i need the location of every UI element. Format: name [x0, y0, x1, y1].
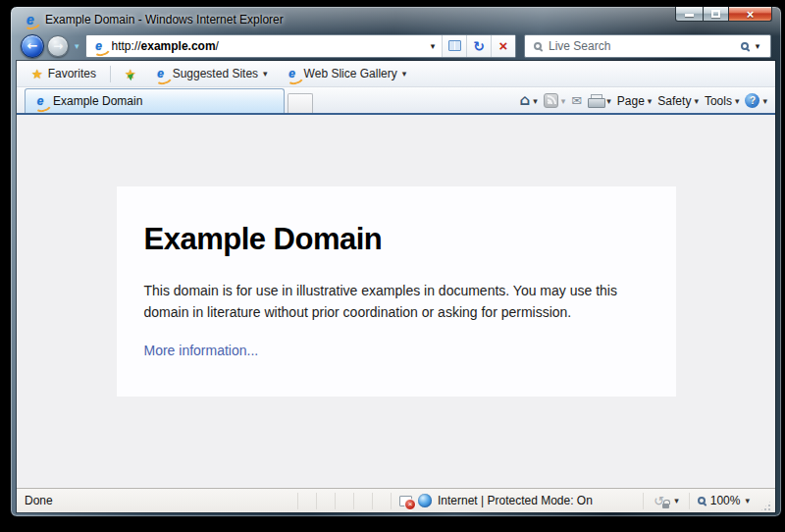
status-segment: [372, 493, 391, 509]
back-button[interactable]: ←: [21, 34, 44, 58]
address-bar[interactable]: e http://example.com/ ▾ ↻ ×: [85, 34, 516, 58]
tab-favicon: e: [33, 95, 47, 108]
chevron-down-icon: ▾: [561, 96, 566, 106]
status-segment: [316, 493, 335, 509]
page-menu-label: Page: [617, 94, 645, 108]
privacy-filter-icon: ↺: [654, 494, 670, 508]
content-card: Example Domain This domain is for use in…: [117, 186, 676, 397]
page-heading: Example Domain: [144, 222, 649, 257]
read-mail-button[interactable]: ✉: [571, 94, 582, 107]
minimize-icon: [685, 14, 694, 17]
favorites-star-icon: ★: [31, 67, 43, 81]
internet-zone-globe-icon: [418, 494, 432, 507]
home-icon: ⌂: [520, 93, 531, 108]
chevron-down-icon: ▾: [75, 41, 79, 51]
address-dropdown-button[interactable]: ▾: [424, 35, 442, 57]
search-input[interactable]: [549, 39, 741, 53]
zoom-level: 100%: [710, 494, 741, 507]
page-favicon: e: [92, 39, 106, 52]
title-bar[interactable]: e Example Domain - Windows Internet Expl…: [11, 7, 781, 32]
maximize-icon: [711, 10, 720, 18]
new-tab-button[interactable]: [288, 93, 313, 113]
page-paragraph: This domain is for use in illustrative e…: [144, 281, 649, 323]
print-button[interactable]: ▾: [588, 94, 611, 107]
tools-menu-label: Tools: [705, 94, 732, 108]
status-segment: [335, 493, 353, 509]
page-menu-button[interactable]: Page ▾: [617, 94, 653, 108]
client-area: ★ Favorites ★ e Suggested Sites ▾ e Web …: [17, 61, 775, 512]
stop-icon: ×: [499, 37, 508, 54]
tab-bar: e Example Domain ⌂ ▾ ▾ ✉: [17, 87, 775, 115]
favorites-item-label: Web Slice Gallery: [304, 67, 397, 80]
lock-icon: [662, 504, 669, 508]
safety-menu-label: Safety: [657, 94, 691, 108]
chevron-down-icon: ▾: [606, 96, 611, 106]
url-text: http://example.com/: [112, 39, 424, 53]
zoom-magnifier-icon: [698, 497, 706, 505]
compatibility-view-button[interactable]: [442, 35, 466, 57]
divider: [110, 66, 111, 82]
chevron-down-icon: ▾: [735, 96, 740, 106]
tools-menu-button[interactable]: Tools ▾: [705, 94, 740, 108]
refresh-icon: ↻: [473, 39, 485, 53]
printer-icon: [588, 94, 603, 107]
safety-menu-button[interactable]: Safety ▾: [657, 94, 699, 108]
close-button[interactable]: ×: [728, 7, 772, 22]
favorites-item-label: Suggested Sites: [173, 67, 258, 80]
stop-button[interactable]: ×: [491, 35, 515, 57]
add-to-favorites-bar-button[interactable]: ★: [118, 65, 143, 83]
search-options-dropdown[interactable]: ▾: [749, 35, 766, 57]
tab-label: Example Domain: [53, 94, 142, 108]
chevron-down-icon: ▾: [674, 496, 679, 505]
feeds-button[interactable]: ▾: [544, 93, 566, 108]
chevron-down-icon: ▾: [745, 496, 750, 505]
ie-logo-icon: e: [23, 13, 38, 27]
tab-example-domain[interactable]: e Example Domain: [25, 88, 285, 113]
chevron-down-icon: ▾: [762, 96, 767, 106]
home-button[interactable]: ⌂ ▾: [520, 93, 538, 108]
browser-window: e Example Domain - Windows Internet Expl…: [10, 6, 782, 517]
search-icon: [534, 42, 542, 50]
help-icon: ?: [745, 93, 759, 108]
zoom-control[interactable]: 100% ▾: [689, 493, 758, 509]
ie-favicon: e: [154, 68, 168, 80]
zone-text: Internet | Protected Mode: On: [438, 494, 593, 507]
security-zone-indicator[interactable]: Internet | Protected Mode: On: [391, 493, 602, 509]
chevron-down-icon: ▾: [402, 69, 407, 79]
ie-favicon: e: [286, 68, 299, 80]
back-icon: ←: [27, 39, 38, 52]
search-go-icon[interactable]: [741, 42, 749, 50]
minimize-button[interactable]: [675, 7, 704, 22]
chevron-down-icon: ▾: [648, 96, 653, 106]
desktop-background: e Example Domain - Windows Internet Expl…: [0, 0, 785, 532]
chevron-down-icon: ▾: [431, 41, 436, 51]
favorites-item-suggested-sites[interactable]: e Suggested Sites ▾: [147, 65, 275, 82]
status-segment: [297, 493, 316, 509]
more-information-link[interactable]: More information...: [144, 343, 259, 358]
search-box[interactable]: ▾: [524, 34, 771, 58]
forward-icon: →: [53, 40, 63, 52]
status-text: Done: [25, 494, 297, 507]
resize-grip[interactable]: [759, 500, 772, 512]
favorites-label: Favorites: [48, 67, 96, 80]
navigation-bar: ← → ▾ e http://example.com/ ▾ ↻ × ▾: [11, 32, 781, 61]
favorites-button[interactable]: ★ Favorites: [25, 65, 103, 83]
chevron-down-icon: ▾: [756, 41, 760, 51]
command-bar: ⌂ ▾ ▾ ✉ ▾ Page: [520, 93, 767, 113]
compatibility-view-icon: [448, 40, 461, 51]
inprivate-filter-button[interactable]: ↺ ▾: [643, 493, 689, 509]
rss-feed-icon: [544, 93, 558, 108]
add-favorite-icon: ★: [125, 67, 136, 81]
blocked-content-icon: [399, 496, 412, 506]
page-viewport: Example Domain This domain is for use in…: [17, 115, 775, 488]
close-icon: ×: [747, 8, 755, 21]
maximize-button[interactable]: [703, 7, 729, 22]
mail-icon: ✉: [571, 94, 582, 107]
forward-button[interactable]: →: [47, 35, 69, 57]
chevron-down-icon: ▾: [533, 96, 538, 106]
recent-pages-dropdown[interactable]: ▾: [72, 41, 82, 51]
status-segment: [353, 493, 372, 509]
refresh-button[interactable]: ↻: [466, 35, 491, 57]
favorites-item-web-slice-gallery[interactable]: e Web Slice Gallery ▾: [279, 65, 414, 82]
help-button[interactable]: ? ▾: [745, 93, 767, 108]
